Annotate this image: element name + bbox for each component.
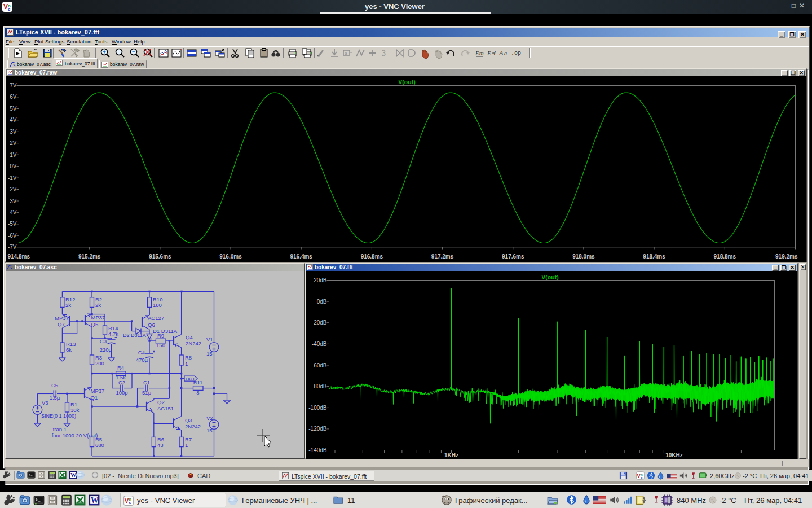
svg-text:V(out): V(out) xyxy=(398,78,415,85)
svg-text:-60dB: -60dB xyxy=(312,362,327,369)
svg-text:-2V: -2V xyxy=(8,186,17,192)
svg-text:-40dB: -40dB xyxy=(312,341,327,347)
svg-text:100p: 100p xyxy=(116,389,127,396)
svg-text:915.2ms: 915.2ms xyxy=(78,253,101,260)
svg-text:-140dB: -140dB xyxy=(308,447,327,453)
svg-text:15: 15 xyxy=(206,427,213,433)
svg-text:4.7k: 4.7k xyxy=(108,331,118,337)
svg-text:5V: 5V xyxy=(10,106,17,112)
svg-text:4V: 4V xyxy=(10,117,17,123)
svg-text:-120dB: -120dB xyxy=(308,426,327,432)
svg-text:C1: C1 xyxy=(143,379,150,386)
svg-text:R11: R11 xyxy=(193,379,203,386)
svg-text:A: A xyxy=(498,49,504,57)
svg-text:2N242: 2N242 xyxy=(185,423,201,430)
svg-text:1V: 1V xyxy=(10,152,17,158)
svg-text:918.4ms: 918.4ms xyxy=(643,253,665,260)
svg-text:2V: 2V xyxy=(10,140,17,146)
svg-text:-80dB: -80dB xyxy=(312,383,327,389)
svg-text:-7V: -7V xyxy=(8,244,17,250)
svg-text:E∃: E∃ xyxy=(487,50,496,56)
svg-text:AC127: AC127 xyxy=(148,315,164,321)
svg-text:C2: C2 xyxy=(118,379,125,386)
svg-text:.four 1000 20 V(out): .four 1000 20 V(out) xyxy=(50,432,98,439)
svg-text:917.2ms: 917.2ms xyxy=(431,253,454,260)
svg-text:a: a xyxy=(345,51,347,56)
svg-text:-1V: -1V xyxy=(8,175,17,181)
svg-text:R4: R4 xyxy=(117,365,124,371)
svg-text:1: 1 xyxy=(185,442,188,448)
svg-text:Q7: Q7 xyxy=(58,321,65,327)
svg-text:-100dB: -100dB xyxy=(308,405,327,411)
svg-text:D2 D311A: D2 D311A xyxy=(123,332,146,338)
svg-text:D1 D311A: D1 D311A xyxy=(153,328,178,334)
svg-text:V1: V1 xyxy=(206,336,213,343)
svg-text:680: 680 xyxy=(95,442,104,448)
svg-text:3V: 3V xyxy=(10,129,17,135)
svg-text:-20dB: -20dB xyxy=(312,319,327,326)
svg-text:919.2ms: 919.2ms xyxy=(775,253,798,260)
svg-text:220µ: 220µ xyxy=(100,347,112,353)
svg-text:43: 43 xyxy=(157,442,164,448)
svg-text:2N242: 2N242 xyxy=(186,340,201,347)
svg-text:8: 8 xyxy=(196,389,199,396)
svg-text:1KHz: 1KHz xyxy=(444,452,458,458)
svg-text:51p: 51p xyxy=(142,389,151,396)
svg-text:916.4ms: 916.4ms xyxy=(290,253,312,260)
svg-text:R9: R9 xyxy=(157,332,164,339)
svg-text:-3V: -3V xyxy=(8,198,17,204)
svg-text:Q1: Q1 xyxy=(91,395,98,401)
svg-text:V(out): V(out) xyxy=(541,274,558,281)
svg-text:Q3: Q3 xyxy=(185,417,192,423)
svg-text:MP37: MP37 xyxy=(91,314,105,321)
svg-text:916.8ms: 916.8ms xyxy=(361,253,383,260)
svg-text:C3: C3 xyxy=(100,338,107,344)
svg-text:V: V xyxy=(125,497,129,504)
svg-text:.op: .op xyxy=(511,50,521,56)
svg-text:3: 3 xyxy=(382,49,386,58)
svg-text:MP37: MP37 xyxy=(55,315,69,321)
svg-text:200: 200 xyxy=(95,360,104,366)
svg-text:914.8ms: 914.8ms xyxy=(8,253,30,260)
svg-text:917.6ms: 917.6ms xyxy=(502,253,524,260)
svg-text:-5V: -5V xyxy=(8,221,17,227)
svg-text:C4: C4 xyxy=(138,349,145,356)
svg-text:916.0ms: 916.0ms xyxy=(219,253,242,260)
svg-text:2k: 2k xyxy=(95,302,101,308)
svg-text:918.0ms: 918.0ms xyxy=(572,253,595,260)
svg-text:915.6ms: 915.6ms xyxy=(149,253,171,260)
svg-text:180: 180 xyxy=(153,302,162,308)
svg-text:V3: V3 xyxy=(42,400,48,406)
svg-text:V2: V2 xyxy=(206,415,213,421)
svg-text:Q6: Q6 xyxy=(148,322,155,328)
svg-text:-6V: -6V xyxy=(8,233,17,239)
svg-text:C5: C5 xyxy=(51,382,58,388)
svg-text:2k: 2k xyxy=(65,302,71,308)
svg-text:6V: 6V xyxy=(10,94,17,100)
svg-text:Em: Em xyxy=(475,50,484,56)
svg-text:.tran 1: .tran 1 xyxy=(51,426,67,432)
svg-text:R8: R8 xyxy=(185,354,192,361)
svg-text:0dB: 0dB xyxy=(317,299,327,305)
svg-text:0V: 0V xyxy=(10,163,17,169)
svg-text:a: a xyxy=(504,50,507,56)
svg-text:6k: 6k xyxy=(66,347,72,353)
svg-text:470µ: 470µ xyxy=(136,357,148,363)
svg-text:150: 150 xyxy=(156,342,165,348)
svg-text:1.5µ: 1.5µ xyxy=(50,395,60,401)
svg-text:MP37: MP37 xyxy=(91,388,105,394)
svg-text:7V: 7V xyxy=(10,82,17,89)
svg-text:AC151: AC151 xyxy=(157,405,174,411)
svg-text:c: c xyxy=(129,500,131,505)
svg-text:10KHz: 10KHz xyxy=(665,452,683,458)
svg-text:Q5: Q5 xyxy=(91,321,99,327)
svg-text:Q2: Q2 xyxy=(157,399,165,405)
svg-text:SINE(0 1 1000): SINE(0 1 1000) xyxy=(41,413,76,419)
svg-text:30k: 30k xyxy=(70,407,80,413)
svg-text:20dB: 20dB xyxy=(314,277,327,283)
svg-text:1: 1 xyxy=(185,361,188,367)
svg-text:Q4: Q4 xyxy=(186,334,193,340)
svg-text:W: W xyxy=(91,496,99,505)
svg-text:15: 15 xyxy=(206,351,213,357)
svg-text:-4V: -4V xyxy=(8,209,17,216)
